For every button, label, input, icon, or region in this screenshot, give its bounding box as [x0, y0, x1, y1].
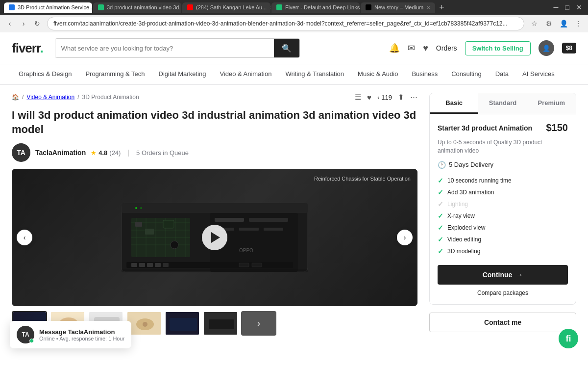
notification-icon[interactable]: 🔔 — [389, 43, 400, 53]
tab-close-5[interactable]: ✕ — [426, 5, 430, 10]
refresh-button[interactable]: ↻ — [31, 18, 43, 29]
browser-tabs-bar: 3D Product Animation Service... ✕ 3d pro… — [0, 0, 588, 15]
contact-me-button[interactable]: Contact me — [429, 313, 576, 332]
favorites-icon[interactable]: ♥ — [423, 43, 428, 53]
new-tab-button[interactable]: + — [436, 2, 447, 13]
heart-icon[interactable]: ♥ — [367, 93, 371, 102]
maximize-button[interactable]: □ — [564, 3, 571, 11]
tab-1[interactable]: 3D Product Animation Service... ✕ — [4, 2, 92, 13]
popup-avatar: TA — [17, 326, 34, 343]
close-window-button[interactable]: ✕ — [574, 3, 584, 11]
profile-icon[interactable]: 👤 — [558, 18, 569, 29]
svg-point-31 — [135, 207, 137, 209]
forward-button[interactable]: › — [18, 18, 29, 29]
gallery-prev-button[interactable]: ‹ — [17, 230, 32, 245]
nav-ai[interactable]: AI Services — [515, 64, 562, 85]
orders-link[interactable]: Orders — [436, 44, 457, 52]
pricing-body: Starter 3d product Animation $150 Up to … — [430, 114, 576, 304]
header-icons: 🔔 ✉ ♥ Orders Switch to Selling 👤 $8 — [389, 40, 576, 56]
search-button[interactable]: 🔍 — [274, 39, 299, 57]
continue-button[interactable]: Continue → — [438, 265, 568, 285]
nav-business[interactable]: Business — [405, 64, 444, 85]
nav-data[interactable]: Data — [489, 64, 515, 85]
more-icon[interactable]: ⋯ — [410, 93, 417, 102]
tab-label-4: Fiverr - Default and Deep Links — [285, 4, 360, 10]
thumbnail-5[interactable] — [165, 311, 200, 336]
extensions-icon[interactable]: ⚙ — [543, 18, 555, 29]
tab-4[interactable]: Fiverr - Default and Deep Links ✕ — [271, 2, 360, 13]
continue-arrow-icon: → — [516, 271, 523, 279]
gallery-caption: Reinforced Chassis for Stable Operation — [314, 176, 411, 182]
popup-seller-name: Message TaclaAnimation — [39, 328, 124, 336]
bookmark-icon[interactable]: ☆ — [528, 18, 540, 29]
tab-premium[interactable]: Premium — [527, 93, 576, 114]
tab-3[interactable]: (284) Sath Kangan Leke Au... ✕ — [182, 2, 270, 13]
message-popup[interactable]: TA Message TaclaAnimation Online • Avg. … — [10, 321, 131, 348]
thumbnail-6[interactable] — [203, 311, 238, 336]
seller-avatar[interactable]: TA — [12, 143, 30, 162]
feature-1: ✓ 10 seconds running time — [438, 175, 568, 186]
window-controls: ─ □ ✕ — [552, 3, 584, 11]
nav-digital[interactable]: Digital Marketing — [152, 64, 213, 85]
popup-status: Online • Avg. response time: 1 Hour — [39, 336, 124, 342]
url-bar[interactable] — [47, 17, 524, 30]
tab-label-3: (284) Sath Kangan Leke Au... — [196, 4, 267, 10]
play-button[interactable] — [202, 225, 227, 250]
thumb-img-5 — [166, 312, 199, 335]
feature-3: ✓ Lighting — [438, 198, 568, 210]
search-input[interactable] — [55, 39, 274, 57]
online-indicator — [29, 339, 34, 343]
compare-packages-link[interactable]: Compare packages — [438, 289, 568, 296]
more-thumbnails-icon: › — [257, 318, 260, 329]
play-triangle-icon — [211, 232, 220, 243]
nav-programming[interactable]: Programming & Tech — [78, 64, 151, 85]
nav-graphics[interactable]: Graphics & Design — [12, 64, 78, 85]
nav-music[interactable]: Music & Audio — [351, 64, 405, 85]
thumbnail-4[interactable] — [126, 311, 162, 336]
switch-selling-button[interactable]: Switch to Selling — [465, 41, 531, 55]
logo-text: fiverr — [12, 41, 40, 55]
minimize-button[interactable]: ─ — [552, 3, 561, 11]
svg-point-32 — [140, 207, 142, 209]
fiverr-logo[interactable]: fiverr. — [12, 41, 43, 56]
gallery-next-button[interactable]: › — [397, 230, 413, 245]
seller-name-link[interactable]: TaclaAnimation — [35, 149, 86, 157]
breadcrumb-current: 3D Product Animation — [82, 94, 139, 101]
nav-consulting[interactable]: Consulting — [444, 64, 488, 85]
feature-label-1: 10 seconds running time — [447, 177, 512, 184]
tab-close-3[interactable]: ✕ — [270, 5, 270, 10]
tab-standard[interactable]: Standard — [478, 93, 527, 114]
tab-2[interactable]: 3d product animation video 3d... ✕ — [93, 2, 181, 13]
thumb-img-4 — [127, 312, 161, 335]
breadcrumb-home-link[interactable]: 🏠 — [12, 94, 19, 101]
user-avatar[interactable]: 👤 — [539, 40, 554, 56]
search-bar: 🔍 — [55, 38, 300, 58]
nav-video[interactable]: Video & Animation — [213, 64, 278, 85]
breadcrumb: 🏠 / Video & Animation / 3D Product Anima… — [12, 94, 139, 101]
tab-favicon-3 — [187, 4, 193, 10]
more-options-icon[interactable]: ⋮ — [572, 18, 584, 29]
breadcrumb-section-link[interactable]: Video & Animation — [26, 94, 74, 101]
fiverr-fi-badge[interactable]: fi — [559, 329, 578, 348]
menu-icon[interactable]: ☰ — [355, 93, 361, 102]
feature-label-7: 3D modeling — [447, 248, 480, 255]
thumbnail-more[interactable]: › — [241, 311, 276, 336]
share-icon[interactable]: ⬆ — [398, 93, 404, 102]
tab-label-5: New story – Medium — [374, 4, 423, 10]
tab-5[interactable]: New story – Medium ✕ — [361, 2, 435, 13]
feature-label-2: Add 3D animation — [447, 189, 494, 196]
svg-rect-19 — [249, 218, 288, 222]
svg-rect-43 — [170, 318, 197, 331]
check-icon-6: ✓ — [438, 236, 443, 243]
feature-4: ✓ X-ray view — [438, 210, 568, 222]
pricing-card: Basic Standard Premium Starter 3d produc… — [429, 93, 576, 305]
feature-6: ✓ Video editing — [438, 234, 568, 245]
balance-badge[interactable]: $8 — [562, 43, 576, 53]
tab-basic[interactable]: Basic — [430, 93, 478, 114]
breadcrumb-sep-1: / — [22, 94, 24, 101]
messages-icon[interactable]: ✉ — [408, 43, 415, 53]
nav-writing[interactable]: Writing & Translation — [278, 64, 351, 85]
back-button[interactable]: ‹ — [4, 18, 16, 29]
svg-rect-30 — [252, 263, 262, 267]
check-icon-7: ✓ — [438, 247, 443, 255]
